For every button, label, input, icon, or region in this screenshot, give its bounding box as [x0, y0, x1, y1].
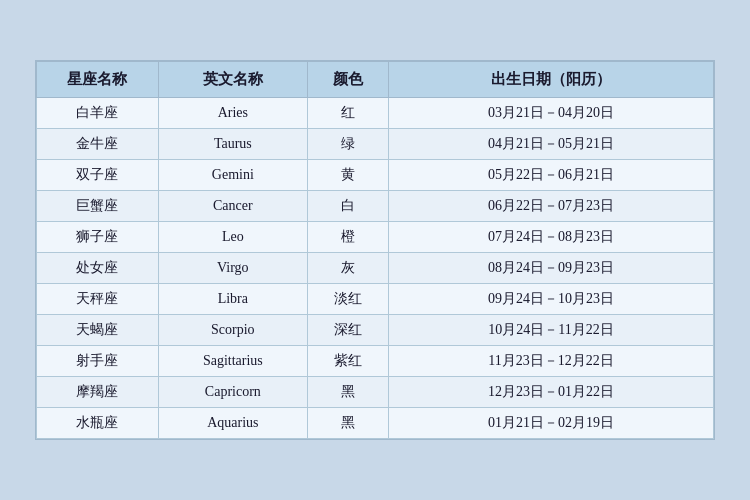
cell-chinese: 狮子座 [37, 222, 159, 253]
cell-english: Capricorn [158, 377, 307, 408]
cell-color: 黄 [307, 160, 388, 191]
cell-chinese: 双子座 [37, 160, 159, 191]
cell-chinese: 摩羯座 [37, 377, 159, 408]
cell-chinese: 白羊座 [37, 98, 159, 129]
cell-color: 橙 [307, 222, 388, 253]
cell-chinese: 射手座 [37, 346, 159, 377]
cell-date: 10月24日－11月22日 [389, 315, 714, 346]
cell-english: Aries [158, 98, 307, 129]
cell-english: Cancer [158, 191, 307, 222]
table-row: 处女座Virgo灰08月24日－09月23日 [37, 253, 714, 284]
zodiac-table: 星座名称 英文名称 颜色 出生日期（阳历） 白羊座Aries红03月21日－04… [36, 61, 714, 439]
cell-english: Virgo [158, 253, 307, 284]
header-chinese: 星座名称 [37, 62, 159, 98]
cell-chinese: 水瓶座 [37, 408, 159, 439]
cell-color: 灰 [307, 253, 388, 284]
cell-english: Sagittarius [158, 346, 307, 377]
cell-chinese: 巨蟹座 [37, 191, 159, 222]
cell-english: Leo [158, 222, 307, 253]
cell-color: 深红 [307, 315, 388, 346]
table-body: 白羊座Aries红03月21日－04月20日金牛座Taurus绿04月21日－0… [37, 98, 714, 439]
cell-date: 11月23日－12月22日 [389, 346, 714, 377]
cell-date: 03月21日－04月20日 [389, 98, 714, 129]
cell-chinese: 处女座 [37, 253, 159, 284]
cell-color: 绿 [307, 129, 388, 160]
cell-date: 12月23日－01月22日 [389, 377, 714, 408]
cell-date: 07月24日－08月23日 [389, 222, 714, 253]
header-color: 颜色 [307, 62, 388, 98]
cell-english: Libra [158, 284, 307, 315]
table-row: 射手座Sagittarius紫红11月23日－12月22日 [37, 346, 714, 377]
cell-chinese: 天秤座 [37, 284, 159, 315]
table-row: 金牛座Taurus绿04月21日－05月21日 [37, 129, 714, 160]
cell-color: 红 [307, 98, 388, 129]
table-row: 巨蟹座Cancer白06月22日－07月23日 [37, 191, 714, 222]
cell-date: 05月22日－06月21日 [389, 160, 714, 191]
cell-date: 06月22日－07月23日 [389, 191, 714, 222]
cell-date: 09月24日－10月23日 [389, 284, 714, 315]
cell-color: 黑 [307, 408, 388, 439]
cell-color: 黑 [307, 377, 388, 408]
cell-color: 紫红 [307, 346, 388, 377]
cell-date: 04月21日－05月21日 [389, 129, 714, 160]
table-row: 天蝎座Scorpio深红10月24日－11月22日 [37, 315, 714, 346]
cell-color: 淡红 [307, 284, 388, 315]
cell-english: Aquarius [158, 408, 307, 439]
cell-color: 白 [307, 191, 388, 222]
table-header-row: 星座名称 英文名称 颜色 出生日期（阳历） [37, 62, 714, 98]
table-row: 双子座Gemini黄05月22日－06月21日 [37, 160, 714, 191]
cell-chinese: 金牛座 [37, 129, 159, 160]
cell-date: 08月24日－09月23日 [389, 253, 714, 284]
table-row: 白羊座Aries红03月21日－04月20日 [37, 98, 714, 129]
cell-chinese: 天蝎座 [37, 315, 159, 346]
header-date: 出生日期（阳历） [389, 62, 714, 98]
zodiac-table-container: 星座名称 英文名称 颜色 出生日期（阳历） 白羊座Aries红03月21日－04… [35, 60, 715, 440]
cell-english: Gemini [158, 160, 307, 191]
header-english: 英文名称 [158, 62, 307, 98]
table-row: 摩羯座Capricorn黑12月23日－01月22日 [37, 377, 714, 408]
table-row: 狮子座Leo橙07月24日－08月23日 [37, 222, 714, 253]
table-row: 天秤座Libra淡红09月24日－10月23日 [37, 284, 714, 315]
table-row: 水瓶座Aquarius黑01月21日－02月19日 [37, 408, 714, 439]
cell-english: Scorpio [158, 315, 307, 346]
cell-date: 01月21日－02月19日 [389, 408, 714, 439]
cell-english: Taurus [158, 129, 307, 160]
